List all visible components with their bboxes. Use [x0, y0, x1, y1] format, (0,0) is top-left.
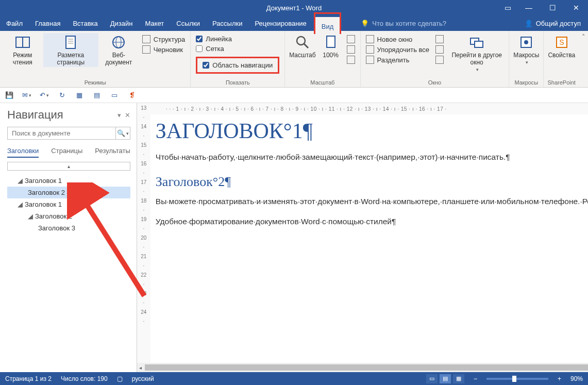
- draft-icon: [142, 45, 150, 54]
- tab-home[interactable]: Главная: [29, 15, 66, 31]
- doc-heading-1[interactable]: ЗАГОЛОВОК°1¶: [156, 119, 588, 143]
- page-width-button[interactable]: [347, 56, 355, 64]
- doc-heading-2[interactable]: Заголовок°2¶: [156, 174, 588, 190]
- svg-point-15: [524, 40, 528, 44]
- ruler-checkbox[interactable]: Линейка: [196, 35, 279, 43]
- zoom-100-button[interactable]: 100%: [318, 33, 344, 60]
- tree-item[interactable]: ◢Заголовок 2: [7, 210, 130, 222]
- zoom-in-icon[interactable]: +: [558, 375, 561, 382]
- maximize-icon[interactable]: ☐: [541, 0, 564, 15]
- tab-layout[interactable]: Макет: [139, 15, 170, 31]
- nav-search-box[interactable]: 🔍▾: [7, 127, 130, 140]
- svg-point-9: [297, 37, 305, 45]
- group-macros: Макросы▾ Макросы: [509, 31, 544, 87]
- split-icon: [366, 56, 374, 64]
- doc-paragraph[interactable]: Вы·можете·просматривать·и·изменять·этот·…: [156, 195, 588, 208]
- doc-paragraph[interactable]: Удобное·форматирование·документов·Word·с…: [156, 215, 588, 228]
- tree-item[interactable]: Заголовок 3: [7, 222, 130, 234]
- quick-access-toolbar: 💾 ✉▾ ↶▾ ↻ ▦ ▤ ▭ ❡: [0, 88, 588, 103]
- qat-icon-3[interactable]: ▭: [110, 91, 119, 99]
- slider-handle[interactable]: [512, 376, 516, 382]
- close-icon[interactable]: ✕: [564, 0, 588, 15]
- spell-check-icon[interactable]: ▢: [117, 375, 123, 382]
- document-page[interactable]: ЗАГОЛОВОК°1¶ Чтобы·начать·работу,·щелкни…: [150, 114, 588, 363]
- zoom-slider[interactable]: [486, 378, 548, 380]
- sync-scroll-button[interactable]: [435, 45, 444, 54]
- arrange-icon: [366, 45, 374, 54]
- svg-text:S: S: [559, 38, 564, 46]
- doc-paragraph[interactable]: Чтобы·начать·работу,·щелкните·любой·заме…: [156, 150, 588, 164]
- share-button[interactable]: 👤 Общий доступ: [517, 15, 588, 31]
- tab-review[interactable]: Рецензирование: [248, 15, 312, 31]
- group-label-sharepoint: SharePoint: [546, 78, 577, 87]
- web-layout-shortcut[interactable]: ▦: [453, 374, 464, 383]
- arrange-all-button[interactable]: Упорядочить все: [366, 45, 429, 54]
- one-page-button[interactable]: [347, 35, 355, 43]
- qat-icon-2[interactable]: ▤: [93, 91, 101, 99]
- multi-page-button[interactable]: [347, 45, 355, 54]
- redo-icon[interactable]: ↻: [58, 91, 66, 99]
- nav-tab-pages[interactable]: Страницы: [51, 147, 82, 158]
- print-layout-shortcut[interactable]: ▤: [440, 374, 451, 383]
- tree-item[interactable]: Заголовок 2: [7, 187, 130, 198]
- search-icon[interactable]: 🔍▾: [115, 127, 130, 139]
- collapse-ribbon-icon[interactable]: ˄: [579, 31, 588, 87]
- switch-windows-button[interactable]: Перейти в другое окно▾: [447, 33, 507, 73]
- zoom-level[interactable]: 90%: [570, 375, 583, 382]
- svg-rect-13: [475, 41, 483, 47]
- tab-file[interactable]: Файл: [0, 15, 29, 31]
- switch-windows-icon: [468, 34, 485, 51]
- nav-tab-headings[interactable]: Заголовки: [7, 147, 39, 158]
- gridlines-checkbox[interactable]: Сетка: [196, 45, 279, 53]
- outline-icon: [142, 35, 150, 43]
- nav-pane-dropdown-icon[interactable]: ▾: [117, 111, 121, 119]
- nav-pane-close-icon[interactable]: ✕: [125, 111, 130, 119]
- properties-button[interactable]: S Свойства: [546, 33, 577, 60]
- read-mode-button[interactable]: Режим чтения: [2, 33, 43, 67]
- email-icon[interactable]: ✉▾: [23, 91, 31, 99]
- split-button[interactable]: Разделить: [366, 56, 429, 64]
- qat-icon-1[interactable]: ▦: [75, 91, 83, 99]
- status-language[interactable]: русский: [132, 375, 154, 382]
- outline-view-button[interactable]: Структура: [142, 35, 186, 43]
- nav-tab-results[interactable]: Результаты: [95, 147, 130, 158]
- status-word-count[interactable]: Число слов: 190: [61, 375, 108, 382]
- undo-icon[interactable]: ↶▾: [40, 91, 48, 99]
- print-layout-button[interactable]: Разметка страницы: [43, 33, 98, 67]
- scrollbar-thumb[interactable]: [145, 364, 588, 371]
- chevron-down-icon: ◢: [18, 200, 23, 208]
- nav-search-input[interactable]: [8, 127, 115, 139]
- ribbon-display-options-icon[interactable]: ▭: [498, 0, 517, 15]
- tab-design[interactable]: Дизайн: [104, 15, 139, 31]
- read-mode-shortcut[interactable]: ▭: [426, 374, 438, 383]
- tree-item[interactable]: ◢Заголовок 1: [7, 198, 130, 210]
- web-layout-icon: [110, 34, 127, 51]
- print-layout-icon: [62, 34, 79, 51]
- draft-view-button[interactable]: Черновик: [142, 45, 186, 54]
- scroll-left-icon[interactable]: ◂: [137, 365, 144, 371]
- status-page[interactable]: Страница 1 из 2: [5, 375, 52, 382]
- tab-view[interactable]: Вид: [315, 17, 340, 36]
- web-layout-button[interactable]: Веб-документ: [98, 33, 139, 67]
- save-icon[interactable]: 💾: [5, 91, 13, 99]
- tell-me-search[interactable]: 💡 Что вы хотите сделать?: [355, 15, 452, 31]
- page-width-icon: [347, 56, 355, 64]
- new-window-button[interactable]: Новое окно: [366, 35, 429, 43]
- reset-window-icon: [435, 56, 444, 64]
- macros-button[interactable]: Макросы▾: [511, 33, 541, 66]
- nav-collapse-bar[interactable]: ▴: [7, 162, 130, 171]
- tree-item[interactable]: ◢Заголовок 1: [7, 175, 130, 187]
- tab-mailings[interactable]: Рассылки: [206, 15, 248, 31]
- minimize-icon[interactable]: —: [517, 0, 541, 15]
- navigation-pane-checkbox[interactable]: Область навигации: [196, 57, 279, 74]
- reset-window-button[interactable]: [435, 56, 444, 64]
- qat-icon-4[interactable]: ❡: [128, 91, 136, 99]
- group-views-modes: Режим чтения Разметка страницы Веб-докум…: [0, 31, 191, 87]
- zoom-out-icon[interactable]: −: [474, 375, 477, 382]
- side-by-side-button[interactable]: [435, 35, 444, 43]
- zoom-button[interactable]: Масштаб: [287, 33, 317, 60]
- horizontal-scrollbar[interactable]: ◂ ▸: [137, 363, 588, 372]
- group-window: Новое окно Упорядочить все Разделить Пер…: [361, 31, 510, 87]
- tab-insert[interactable]: Вставка: [66, 15, 104, 31]
- tab-references[interactable]: Ссылки: [170, 15, 206, 31]
